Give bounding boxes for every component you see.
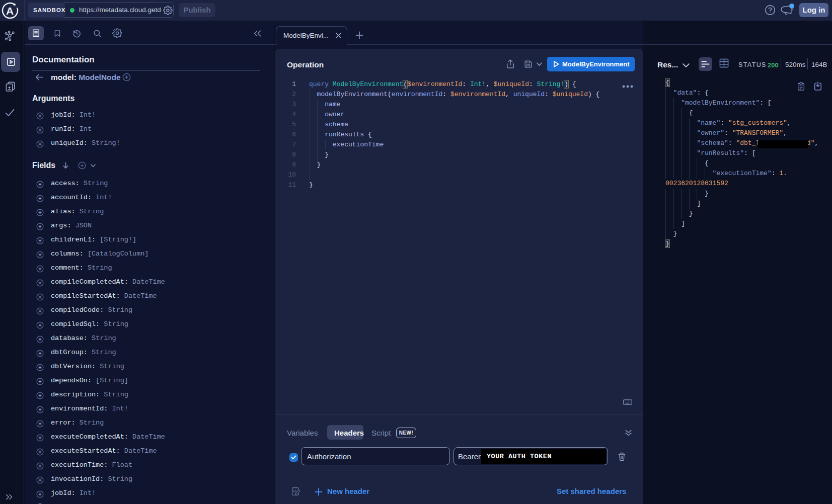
svg-text:A: A <box>6 5 14 17</box>
